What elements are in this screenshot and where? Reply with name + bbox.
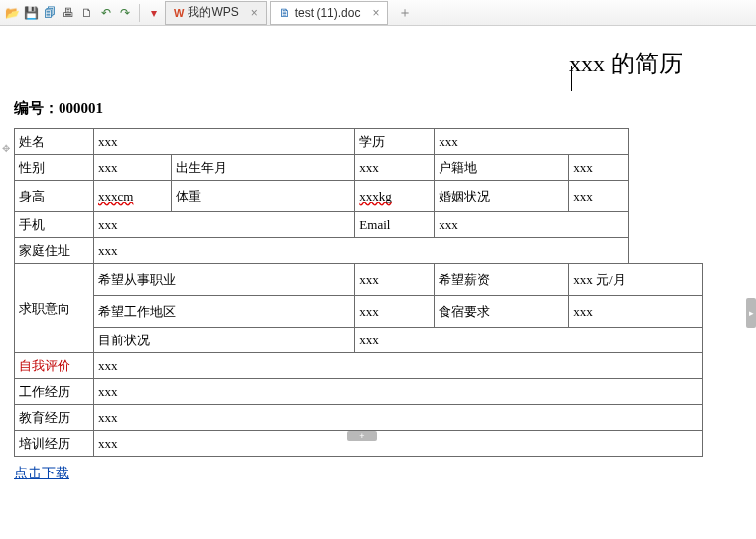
value-train-hist[interactable]: xxx (94, 431, 703, 457)
tab-label: 我的WPS (188, 4, 238, 21)
value-origin[interactable]: xxx (569, 155, 629, 181)
label-addr: 家庭住址 (15, 238, 94, 264)
label-weight: 体重 (172, 181, 355, 212)
label-intent: 求职意向 (15, 264, 94, 353)
label-self-eval: 自我评价 (15, 353, 94, 379)
doc-file-icon: 🗎 (279, 6, 291, 20)
value-weight[interactable]: xxxkg (355, 181, 435, 212)
value-desired-salary[interactable]: xxx 元/月 (569, 264, 703, 296)
value-email[interactable]: xxx (435, 212, 629, 238)
serial-label: 编号： (14, 100, 59, 116)
download-link[interactable]: 点击下载 (14, 465, 69, 482)
table-row: 目前状况 xxx (15, 328, 703, 353)
page-title[interactable]: xxx 的简历 (14, 48, 742, 79)
value-edu-hist[interactable]: xxx (94, 405, 703, 431)
value-desired-loc[interactable]: xxx (355, 296, 435, 328)
document-page: xxx 的简历 编号：000001 ✥ 姓名 xxx 学历 xxx 性别 xxx… (0, 26, 756, 482)
label-desired-salary: 希望薪资 (435, 264, 569, 296)
anchor-icon: ✥ (2, 143, 10, 154)
app-tabbar: 📂 💾 🗐 🖶 🗋 ↶ ↷ ▾ W 我的WPS × 🗎 test (11).do… (0, 0, 756, 26)
value-marriage[interactable]: xxx (569, 181, 629, 212)
value-work-hist[interactable]: xxx (94, 379, 703, 405)
photo-placeholder (629, 129, 703, 264)
redo-icon[interactable]: ↷ (117, 5, 133, 21)
value-gender[interactable]: xxx (94, 155, 172, 181)
table-resize-handle-bottom[interactable]: + (347, 431, 377, 441)
table-row: 家庭住址 xxx (15, 238, 703, 264)
new-tab-button[interactable]: ＋ (397, 5, 413, 21)
table-row: 工作经历 xxx (15, 379, 703, 405)
print-icon[interactable]: 🖶 (61, 5, 76, 21)
value-current[interactable]: xxx (355, 328, 703, 353)
label-phone: 手机 (15, 212, 94, 238)
label-marriage: 婚姻状况 (435, 181, 569, 212)
label-current: 目前状况 (94, 328, 355, 353)
label-gender: 性别 (15, 155, 94, 181)
label-work-hist: 工作经历 (15, 379, 94, 405)
label-train-hist: 培训经历 (15, 431, 94, 457)
folder-open-icon[interactable]: 📂 (4, 5, 20, 21)
label-edu-hist: 教育经历 (15, 405, 94, 431)
value-edu[interactable]: xxx (435, 129, 629, 155)
value-addr[interactable]: xxx (94, 238, 629, 264)
table-row: 求职意向 希望从事职业 xxx 希望薪资 xxx 元/月 (15, 264, 703, 296)
label-desired-job: 希望从事职业 (94, 264, 355, 296)
value-desired-job[interactable]: xxx (355, 264, 435, 296)
table-row: 身高 xxxcm 体重 xxxkg 婚姻状况 xxx (15, 181, 703, 212)
table-resize-handle-right[interactable]: ▸ (746, 298, 756, 328)
serial-value: 000001 (59, 100, 103, 116)
label-desired-loc: 希望工作地区 (94, 296, 355, 328)
label-name: 姓名 (15, 129, 94, 155)
close-icon[interactable]: × (251, 6, 258, 20)
value-height[interactable]: xxxcm (94, 181, 172, 212)
label-edu: 学历 (355, 129, 435, 155)
close-icon[interactable]: × (372, 6, 379, 20)
label-origin: 户籍地 (435, 155, 569, 181)
tab-document[interactable]: 🗎 test (11).doc × (270, 1, 389, 25)
print-preview-icon[interactable]: 🗋 (79, 5, 95, 21)
label-email: Email (355, 212, 435, 238)
table-row: 自我评价 xxx (15, 353, 703, 379)
toolbar-separator (139, 4, 140, 22)
value-board-req[interactable]: xxx (569, 296, 703, 328)
resume-table[interactable]: 姓名 xxx 学历 xxx 性别 xxx 出生年月 xxx 户籍地 xxx 身高… (14, 128, 703, 457)
value-phone[interactable]: xxx (94, 212, 355, 238)
wps-logo-icon: W (174, 7, 184, 19)
save-icon[interactable]: 💾 (23, 5, 39, 21)
table-row: 性别 xxx 出生年月 xxx 户籍地 xxx (15, 155, 703, 181)
tab-label: test (11).doc (295, 6, 361, 20)
table-row: 希望工作地区 xxx 食宿要求 xxx (15, 296, 703, 328)
tab-my-wps[interactable]: W 我的WPS × (165, 1, 267, 25)
label-board-req: 食宿要求 (435, 296, 569, 328)
save-as-icon[interactable]: 🗐 (42, 5, 58, 21)
value-name[interactable]: xxx (94, 129, 355, 155)
table-row: 姓名 xxx 学历 xxx (15, 129, 703, 155)
serial-number[interactable]: 编号：000001 (14, 99, 742, 118)
undo-icon[interactable]: ↶ (98, 5, 114, 21)
label-height: 身高 (15, 181, 94, 212)
dropdown-icon[interactable]: ▾ (146, 5, 162, 21)
value-self-eval[interactable]: xxx (94, 353, 703, 379)
value-dob[interactable]: xxx (355, 155, 435, 181)
label-dob: 出生年月 (172, 155, 355, 181)
table-row: 教育经历 xxx (15, 405, 703, 431)
table-row: 手机 xxx Email xxx (15, 212, 703, 238)
